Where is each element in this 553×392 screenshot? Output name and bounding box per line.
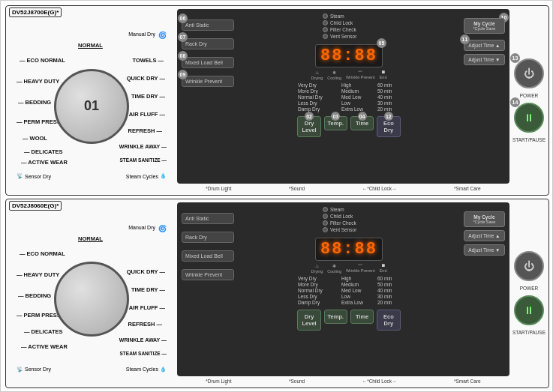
temp-btn-wrap-1: 03 Temp. [324,116,347,137]
start-label-1: START/PAUSE [512,137,545,142]
lbl-steam-sanitize-2: STEAM SANITIZE — [120,351,167,356]
ann-child-1: ←*Child Lock→ [362,186,397,191]
child-lock-label-1: Child Lock [330,20,353,25]
dryer-unit-2: DV52J8060E(G)* Manual Dry 🌀 NORMAL — ECO… [5,199,549,389]
drying-icon-1: ♨ Drying [311,70,323,80]
steam-cycles-text-1: Steam Cycles [126,174,158,179]
power-label-1: POWER [520,93,539,98]
steam-cycles-2: Steam Cycles 💧 [126,367,167,373]
sensor-dry-icon-2: 📡 [17,367,23,373]
start-pause-btn-2[interactable]: ⏸ [514,295,544,325]
cycle-save-text-2: *Cycle Save [467,220,502,224]
adjust-up-btn-2[interactable]: Adjust Time ▲ [464,230,505,241]
rack-dry-label-1: Rack Dry [185,41,207,46]
lbl-refresh-1: REFRESH — [128,127,162,134]
filter-dot-1 [323,27,328,32]
my-cycle-btn-1[interactable]: My Cycle *Cycle Save [464,18,505,34]
end-icon-2: ⏹ End [380,263,387,274]
drying-icon-2: ♨ Drying [311,263,323,274]
adjust-up-btn-1[interactable]: Adjust Time ▲ [464,40,505,51]
sensor-dry-text-2: Sensor Dry [25,367,51,372]
action-buttons-1: 02 Dry Level 03 Temp. 04 Time 12 [297,116,400,137]
anti-static-wrap-2: Anti Static [182,213,234,224]
power-label-2: POWER [520,286,539,291]
wrinkle-prevent-wrap-2: Wrinkle Prevent [182,269,234,280]
wrinkle-prevent-label-1: Wrinkle Prevent [185,79,222,84]
anti-static-btn-2[interactable]: Anti Static [182,213,234,224]
rack-dry-btn-2[interactable]: Rack Dry [182,232,234,243]
dry-row-4: Less Dry Low 30 min [298,100,400,106]
cycle-save-text-1: *Cycle Save [467,26,502,31]
vent-dot-2 [323,227,328,232]
lbl-wrinkle-away-1: WRINKLE AWAY — [119,144,167,149]
lbl-bedding-1: — BEDDING [18,99,51,106]
time-btn-wrap-1: 04 Time [350,116,374,137]
dry-level-btn-wrap-1: 02 Dry Level [297,116,320,137]
time-btn-wrap-2: Time [350,310,374,331]
dial-labels-1: NORMAL — ECO NORMAL — HEAVY DUTY — BEDDI… [17,40,167,172]
dial-circle-2[interactable] [54,262,129,337]
ann-drum-2: *Drum Light [206,379,231,384]
dry-level-btn-2[interactable]: Dry Level [297,310,320,331]
lbl-active-wear-2: — ACTIVE WEAR [21,343,68,350]
vent-label-2: Vent Sensor [330,227,356,232]
start-pause-btn-1[interactable]: ⏸ [514,103,544,133]
wrinkle-icon-2: 〰 Wrinkle Prevent [346,263,375,274]
power-btn-wrap-1: 13 ⏻ [514,58,544,88]
lbl-air-fluff-2: AIR FLUFF — [129,304,165,311]
rack-dry-wrap-2: Rack Dry [182,232,234,243]
mixed-load-btn-1[interactable]: Mixed Load Bell [182,57,234,68]
lbl-heavy-duty-2: — HEAVY DUTY [17,271,59,278]
dial-circle-1[interactable]: 01 [54,69,129,144]
digit-display-1: 88:88 [315,44,383,67]
wrinkle-prevent-btn-1[interactable]: Wrinkle Prevent [182,76,234,87]
dry-name-3: Normal Dry [298,94,335,100]
lbl-normal-2: NORMAL [78,235,103,242]
temp-num-1: 03 [331,112,340,121]
my-cycle-btn-2[interactable]: My Cycle *Cycle Save [464,211,505,227]
control-panel-1: *(Hold 3 sec) 06 Anti Static 07 Rack Dry [177,9,509,192]
eco-dry-btn-2[interactable]: Eco Dry [377,310,400,331]
rack-dry-wrap-1: 07 Rack Dry [182,38,234,49]
lbl-time-dry-2: TIME DRY — [131,286,165,293]
dry-name-1: Very Dry [298,82,335,88]
filter-label-2: Filter Check [330,220,356,226]
manual-dry-icon-1: 🌀 [158,31,167,39]
mixed-load-btn-2[interactable]: Mixed Load Bell [182,250,234,262]
panel-left-1: 06 Anti Static 07 Rack Dry 08 [182,13,234,179]
lbl-delicates-2: — DELICATES [24,328,63,335]
lbl-delicates-1: — DELICATES [24,148,63,155]
wrinkle-prevent-btn-2[interactable]: Wrinkle Prevent [182,269,234,280]
power-btn-1[interactable]: ⏻ [514,58,544,88]
manual-dry-icon-2: 🌀 [158,225,167,232]
dry-temp-3: Med Low [341,94,371,100]
adjust-down-btn-2[interactable]: Adjust Time ▼ [464,244,505,256]
power-btn-2[interactable]: ⏻ [514,251,544,281]
dry-row-3: Normal Dry Med Low 40 min [298,94,400,100]
adjust-down-btn-1[interactable]: Adjust Time ▼ [464,54,505,65]
lbl-wrinkle-away-2: WRINKLE AWAY — [119,337,167,343]
annotation-bar-2: *Drum Light *Sound ←*Child Lock→ *Smart … [177,378,509,385]
dry-row-2-2: More Dry Medium 50 min [298,282,400,287]
dry-row-2-1: Very Dry High 60 min [298,276,400,281]
vent-label-1: Vent Sensor [330,34,356,39]
display-num-1: 05 [377,38,386,48]
my-cycle-text-1: My Cycle [467,21,502,26]
top-labels-2: Manual Dry 🌀 [17,225,167,232]
lbl-active-wear-1: — ACTIVE WEAR [21,159,68,166]
anti-static-btn-1[interactable]: Anti Static [182,19,234,31]
rack-dry-num-1: 07 [178,32,188,42]
ann-drum-1: *Drum Light [206,186,231,191]
rack-dry-btn-1[interactable]: Rack Dry [182,38,234,49]
eco-dry-btn-wrap-1: 12 Eco Dry [377,116,400,137]
dry-time-5: 20 min [377,106,400,112]
lbl-bedding-2: — BEDDING [18,292,51,299]
dry-row-1: Very Dry High 60 min [298,82,400,88]
dry-name-4: Less Dry [298,100,335,106]
wrinkle-prevent-label-2: Wrinkle Prevent [185,272,222,277]
wrinkle-prevent-wrap-1: 09 Wrinkle Prevent [182,76,234,87]
temp-btn-2[interactable]: Temp. [324,310,347,324]
anti-static-label-1: Anti Static [185,22,209,28]
panel-right-2: My Cycle *Cycle Save Adjust Time ▲ Adjus… [464,207,505,373]
time-btn-2[interactable]: Time [350,310,374,324]
